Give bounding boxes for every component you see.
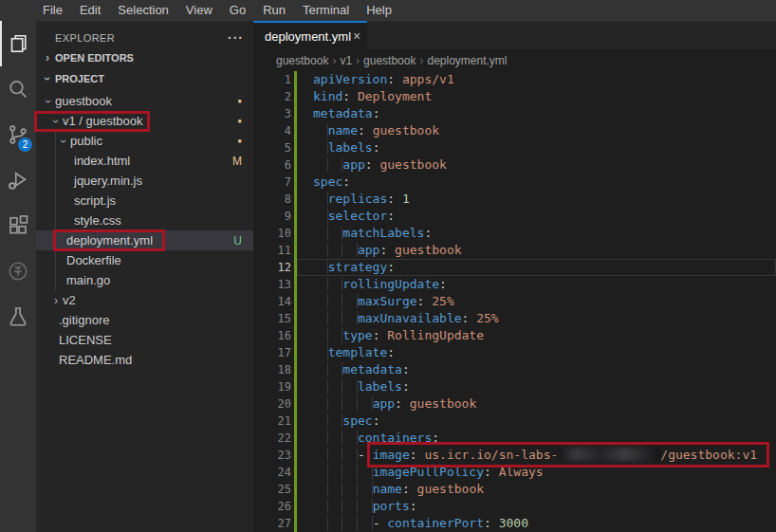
tree-item-main-go[interactable]: main.go xyxy=(36,270,253,290)
code-line-16[interactable]: 16 type: RollingUpdate xyxy=(253,327,776,344)
line-number[interactable]: 16 xyxy=(253,327,291,344)
close-icon[interactable]: × xyxy=(351,28,362,44)
menu-file[interactable]: File xyxy=(34,0,71,21)
code-line-3[interactable]: 3metadata: xyxy=(253,105,776,122)
line-number[interactable]: 10 xyxy=(253,225,291,242)
line-number[interactable]: 1 xyxy=(253,71,291,88)
line-number[interactable]: 11 xyxy=(253,242,291,259)
code-editor[interactable]: 1apiVersion: apps/v12kind: Deployment3me… xyxy=(253,71,776,532)
line-number[interactable]: 13 xyxy=(253,276,291,293)
tree-item-jquery-min-js[interactable]: jquery.min.js xyxy=(36,171,253,191)
code-line-21[interactable]: 21 spec: xyxy=(253,413,776,430)
line-number[interactable]: 5 xyxy=(253,139,291,156)
code-line-7[interactable]: 7spec: xyxy=(253,174,776,191)
menu-terminal[interactable]: Terminal xyxy=(294,0,358,21)
token-ind xyxy=(313,260,328,274)
code-line-10[interactable]: 10 matchLabels: xyxy=(253,225,776,242)
code-line-27[interactable]: 27 - containerPort: 3000 xyxy=(253,515,776,532)
section-project[interactable]: › PROJECT xyxy=(36,68,253,89)
tree-item-guestbook[interactable]: ›guestbook● xyxy=(36,91,253,111)
breadcrumb-item-guestbook[interactable]: guestbook xyxy=(272,54,332,67)
line-number[interactable]: 8 xyxy=(253,191,291,208)
tree-item-public[interactable]: ›public● xyxy=(36,131,253,151)
line-number[interactable]: 3 xyxy=(253,105,291,122)
token-ind xyxy=(313,482,373,496)
code-line-23[interactable]: 23 - image: us.icr.io/sn-labs-/guestbook… xyxy=(253,447,776,464)
menu-go[interactable]: Go xyxy=(221,0,254,21)
line-number[interactable]: 23 xyxy=(253,447,291,464)
token-p: : xyxy=(387,72,402,86)
menu-selection[interactable]: Selection xyxy=(109,0,176,21)
code-line-26[interactable]: 26 ports: xyxy=(253,498,776,515)
line-number[interactable]: 19 xyxy=(253,378,291,395)
menu-run[interactable]: Run xyxy=(254,0,294,21)
code-line-18[interactable]: 18 metadata: xyxy=(253,361,776,378)
cloud-extension-icon[interactable] xyxy=(0,248,36,294)
code-line-6[interactable]: 6 app: guestbook xyxy=(253,156,776,174)
menu-edit[interactable]: Edit xyxy=(71,0,109,21)
code-line-12[interactable]: 12 strategy: xyxy=(253,259,776,276)
extensions-icon[interactable] xyxy=(0,203,36,248)
code-line-8[interactable]: 8 replicas: 1 xyxy=(253,191,776,208)
code-line-25[interactable]: 25 name: guestbook xyxy=(253,481,776,498)
line-number[interactable]: 18 xyxy=(253,361,291,378)
line-number[interactable]: 15 xyxy=(253,310,291,327)
test-beaker-icon[interactable] xyxy=(0,294,36,339)
line-number[interactable]: 21 xyxy=(253,413,291,430)
line-number[interactable]: 4 xyxy=(253,122,291,139)
explorer-icon[interactable] xyxy=(0,21,36,66)
line-number[interactable]: 14 xyxy=(253,293,291,310)
tree-item--gitignore[interactable]: .gitignore xyxy=(36,310,253,330)
code-line-4[interactable]: 4 name: guestbook xyxy=(253,122,776,139)
tree-item-style-css[interactable]: style.css xyxy=(36,211,253,230)
line-number[interactable]: 27 xyxy=(253,515,291,532)
line-number[interactable]: 20 xyxy=(253,395,291,413)
tree-item-script-js[interactable]: script.js xyxy=(36,191,253,211)
more-actions-icon[interactable]: ··· xyxy=(228,30,244,46)
code-line-17[interactable]: 17 template: xyxy=(253,344,776,361)
line-number[interactable]: 17 xyxy=(253,344,291,361)
breadcrumb-item-guestbook[interactable]: guestbook xyxy=(360,54,419,67)
menu-view[interactable]: View xyxy=(177,0,221,21)
tree-item-license[interactable]: LICENSE xyxy=(36,330,253,350)
code-line-14[interactable]: 14 maxSurge: 25% xyxy=(253,293,776,310)
code-line-19[interactable]: 19 labels: xyxy=(253,378,776,395)
line-number[interactable]: 7 xyxy=(253,174,291,191)
tree-item-v1-guestbook[interactable]: ›v1 / guestbook● xyxy=(36,111,253,131)
breadcrumb-item-deployment-yml[interactable]: deployment.yml xyxy=(423,54,510,67)
line-number[interactable]: 2 xyxy=(253,88,291,105)
code-line-20[interactable]: 20 app: guestbook xyxy=(253,395,776,413)
code-line-22[interactable]: 22 containers: xyxy=(253,430,776,447)
line-number[interactable]: 25 xyxy=(253,481,291,498)
tree-item-readme-md[interactable]: README.md xyxy=(36,350,253,370)
code-line-9[interactable]: 9 selector: xyxy=(253,208,776,225)
code-line-24[interactable]: 24 imagePullPolicy: Always xyxy=(253,464,776,481)
code-line-2[interactable]: 2kind: Deployment xyxy=(253,88,776,105)
line-number[interactable]: 26 xyxy=(253,498,291,515)
line-number[interactable]: 9 xyxy=(253,208,291,225)
line-number[interactable]: 22 xyxy=(253,430,291,447)
source-control-icon[interactable]: 2 xyxy=(0,112,36,157)
chevron-down-icon: › xyxy=(42,95,55,108)
line-number[interactable]: 6 xyxy=(253,156,291,174)
search-icon[interactable] xyxy=(0,66,36,112)
tree-item-v2[interactable]: ›v2 xyxy=(36,290,253,310)
code-line-13[interactable]: 13 rollingUpdate: xyxy=(253,276,776,293)
tree-item-dockerfile[interactable]: Dockerfile xyxy=(36,250,253,270)
line-number[interactable]: 24 xyxy=(253,464,291,481)
code-line-content: - containerPort: 3000 xyxy=(297,515,776,532)
section-open-editors[interactable]: › OPEN EDITORS xyxy=(36,47,253,68)
run-and-debug-icon[interactable] xyxy=(0,157,36,203)
code-line-1[interactable]: 1apiVersion: apps/v1 xyxy=(253,71,776,88)
tab-deployment-yml[interactable]: deployment.yml × xyxy=(253,21,367,49)
code-line-15[interactable]: 15 maxUnavailable: 25% xyxy=(253,310,776,327)
menu-help[interactable]: Help xyxy=(358,0,400,21)
code-line-5[interactable]: 5 labels: xyxy=(253,139,776,156)
tree-item-label: main.go xyxy=(66,273,110,287)
code-line-11[interactable]: 11 app: guestbook xyxy=(253,242,776,259)
tree-item-index-html[interactable]: index.htmlM xyxy=(36,151,253,171)
tree-item-deployment-yml[interactable]: deployment.ymlU xyxy=(36,230,253,250)
code-line-content: spec: xyxy=(297,174,776,191)
breadcrumb-item-v1[interactable]: v1 xyxy=(336,54,356,67)
line-number[interactable]: 12 xyxy=(253,259,291,276)
